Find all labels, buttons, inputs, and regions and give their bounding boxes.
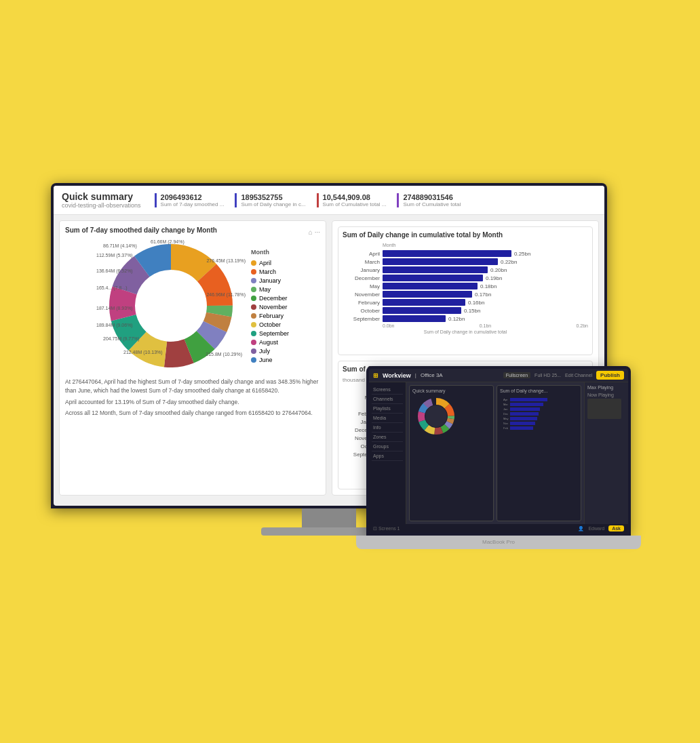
- svg-text:Apr: Apr: [503, 398, 508, 401]
- label-mar: 246.96M (11.78%): [206, 292, 246, 297]
- laptop-donut-mini: [412, 395, 460, 435]
- kpi-2-value: 1895352755: [241, 193, 305, 201]
- bar-row-march: March 0.22bn: [343, 258, 588, 265]
- svg-text:Dec: Dec: [503, 412, 508, 416]
- screen-icon: ⊡: [373, 526, 377, 531]
- laptop-ui: ⊞ Workview | Office 3A Fullscreen Full H…: [369, 369, 628, 533]
- kpi-bar: 2096493612 Sum of 7-day smoothed ... 189…: [155, 193, 596, 207]
- donut-legend: Month April March: [251, 249, 289, 363]
- status-screens: ⊡ Screens 1: [373, 526, 400, 531]
- status-screens-label: Screens 1: [378, 526, 400, 531]
- label-may: 61.66M (2.94%): [151, 239, 184, 244]
- workview-logo: ⊞: [373, 372, 378, 379]
- laptop-right-panel: Max Playing Now Playing: [584, 382, 628, 524]
- ask-button[interactable]: Ask: [608, 525, 624, 531]
- sidebar-playlists[interactable]: Playlists: [372, 404, 403, 414]
- legend-november: November: [251, 304, 289, 310]
- svg-text:Feb: Feb: [503, 426, 509, 430]
- donut-chart-title: Sum of 7-day smoothed daily change by Mo…: [65, 226, 217, 234]
- legend-title: Month: [251, 249, 289, 256]
- svg-text:Nov: Nov: [503, 422, 508, 425]
- legend-may: May: [251, 286, 289, 293]
- dashboard-title: Quick summary: [62, 191, 141, 202]
- svg-point-13: [136, 270, 206, 341]
- edit-channel-btn[interactable]: Edit Channel: [565, 373, 592, 378]
- svg-point-26: [425, 405, 447, 427]
- laptop-screen: ⊞ Workview | Office 3A Fullscreen Full H…: [366, 366, 631, 536]
- publish-button[interactable]: Publish: [596, 371, 624, 380]
- kpi-3-value: 10,544,909.08: [323, 193, 387, 201]
- svg-rect-33: [510, 426, 533, 430]
- donut-chart-panel: Sum of 7-day smoothed daily change by Mo…: [59, 220, 326, 496]
- sidebar-apps[interactable]: Apps: [372, 451, 403, 461]
- top-bar-chart: Sum of Daily change in cumulative total …: [338, 226, 593, 355]
- legend-march: March: [251, 268, 289, 275]
- bar-row-february: February 0.16bn: [343, 299, 588, 306]
- legend-june: June: [251, 357, 289, 363]
- laptop-canvas: Quick summary: [406, 382, 584, 524]
- label-apr: 276.45M (13.19%): [206, 258, 246, 263]
- label-oct: 212.48M (10.13%): [123, 350, 163, 355]
- bar-rows: April 0.25bn March 0.22bn: [343, 250, 588, 322]
- donut-description: At 276447064, April had the highest Sum …: [65, 378, 320, 418]
- bar-row-april: April 0.25bn: [343, 250, 588, 257]
- laptop-bar-label: Sum of Daily change...: [500, 388, 578, 393]
- bar-row-january: January 0.20bn: [343, 266, 588, 273]
- monitor-stand-neck: [302, 508, 356, 529]
- sidebar-groups[interactable]: Groups: [372, 442, 403, 451]
- right-panel-title: Max Playing: [587, 385, 625, 390]
- laptop-bar-mini: Apr Mar Jan Dec May Nov Feb: [500, 395, 554, 435]
- bar-chart-title: Sum of Daily change in cumulative total …: [343, 231, 588, 239]
- chart-icons: ⌂ ···: [309, 228, 320, 236]
- laptop-topbar-right: Fullscreen Full HD 25... Edit Channel Pu…: [503, 371, 624, 380]
- svg-rect-30: [510, 412, 539, 416]
- kpi-2-label: Sum of Daily change in c...: [241, 201, 305, 207]
- kpi-1-value: 2096493612: [161, 193, 225, 201]
- sidebar-channels[interactable]: Channels: [372, 395, 403, 404]
- legend-february: February: [251, 313, 289, 319]
- laptop-content: Screens Channels Playlists Media Info Zo…: [369, 382, 628, 524]
- laptop-chart-bar: Sum of Daily change... Apr: [497, 385, 581, 521]
- fullscreen-tab[interactable]: Fullscreen: [503, 372, 530, 378]
- laptop: ⊞ Workview | Office 3A Fullscreen Full H…: [366, 366, 651, 556]
- svg-text:Mar: Mar: [503, 403, 509, 406]
- legend-december: December: [251, 295, 289, 302]
- bar-axis: 0.0bn 0.1bn 0.2bn: [383, 323, 588, 328]
- sidebar-media[interactable]: Media: [372, 414, 403, 423]
- laptop-workspace-label: Office 3A: [421, 372, 443, 378]
- resolution-label: Full HD 25...: [534, 373, 561, 378]
- kpi-4: 274889031546 Sum of Cumulative total: [397, 193, 461, 207]
- svg-rect-31: [510, 417, 537, 420]
- kpi-3: 10,544,909.08 Sum of Cumulative total ..…: [317, 193, 387, 207]
- dashboard-subtitle: covid-testing-all-observations: [62, 202, 141, 209]
- laptop-inner: ⊞ Workview | Office 3A Fullscreen Full H…: [369, 369, 628, 533]
- kpi-1-label: Sum of 7-day smoothed ...: [161, 201, 225, 207]
- laptop-workspace: |: [415, 372, 416, 378]
- label-jan: 112.59M (5.37%): [96, 253, 133, 258]
- svg-rect-28: [510, 403, 543, 406]
- bar-row-december: December 0.19bn: [343, 275, 588, 281]
- sidebar-zones[interactable]: Zones: [372, 433, 403, 442]
- laptop-base: MacBook Pro: [356, 536, 641, 549]
- sidebar-screens[interactable]: Screens: [372, 385, 403, 395]
- legend-september: September: [251, 330, 289, 337]
- legend-january: January: [251, 277, 289, 284]
- svg-text:May: May: [503, 417, 509, 420]
- legend-august: August: [251, 339, 289, 346]
- laptop-chart-donut: Quick summary: [409, 385, 494, 521]
- kpi-2: 1895352755 Sum of Daily change in c...: [235, 193, 305, 207]
- laptop-base-text: MacBook Pro: [356, 536, 641, 549]
- svg-rect-32: [510, 422, 535, 425]
- sidebar-info[interactable]: Info: [372, 423, 403, 433]
- label-sep: 187.14M (8.93%): [96, 306, 133, 310]
- bar-axis-label: Month: [383, 243, 588, 247]
- donut-svg-area: 61.66M (2.94%) 86.71M (4.14%) 112.59M (5…: [96, 238, 246, 374]
- now-playing-label: Now Playing: [587, 393, 625, 397]
- legend-april: April: [251, 260, 289, 266]
- laptop-sidebar: Screens Channels Playlists Media Info Zo…: [369, 382, 406, 524]
- svg-text:Jan: Jan: [503, 407, 507, 411]
- bar-row-september: September 0.12bn: [343, 315, 588, 322]
- laptop-app-name: Workview: [383, 372, 411, 379]
- svg-rect-27: [510, 398, 547, 401]
- bar-chart-x-label: Sum of Daily change in cumulative total: [343, 329, 588, 334]
